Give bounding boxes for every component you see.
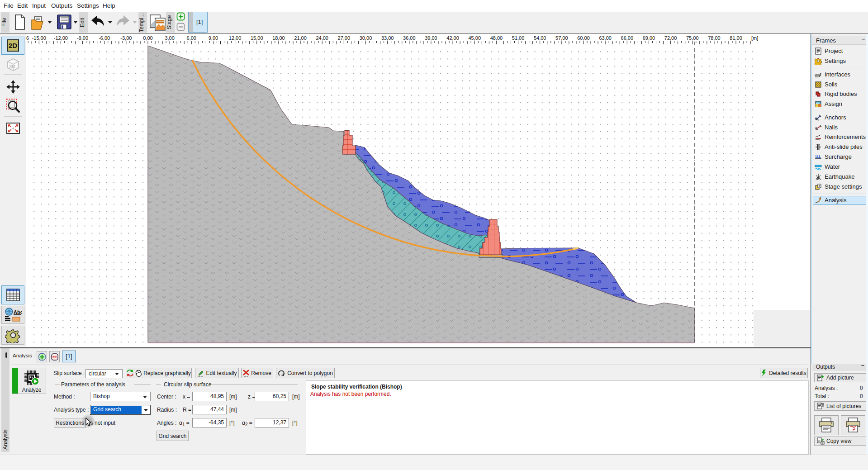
svg-text:81,00: 81,00 [730, 35, 742, 41]
svg-text:42,00: 42,00 [446, 35, 459, 41]
svg-text:12,00: 12,00 [229, 35, 242, 41]
svg-text:45,00: 45,00 [468, 35, 481, 41]
svg-text:-15,00: -15,00 [32, 35, 46, 41]
svg-text:30,00: 30,00 [360, 35, 372, 41]
svg-text:27,00: 27,00 [338, 35, 351, 41]
svg-text:0,00: 0,00 [143, 35, 152, 41]
svg-text:63,00: 63,00 [599, 35, 612, 41]
svg-text:2: 2 [819, 185, 821, 188]
svg-text:24,00: 24,00 [316, 35, 328, 41]
svg-text:48,00: 48,00 [490, 35, 503, 41]
svg-text:6,00: 6,00 [187, 35, 196, 41]
svg-text:69,00: 69,00 [643, 35, 655, 41]
svg-text:57,00: 57,00 [555, 35, 568, 41]
svg-text:-3,00: -3,00 [120, 35, 132, 41]
svg-text:78,00: 78,00 [708, 35, 721, 41]
svg-text:-12,00: -12,00 [54, 35, 68, 41]
svg-text:75,00: 75,00 [686, 35, 699, 41]
svg-text:21,00: 21,00 [294, 35, 307, 41]
svg-text:-9,00: -9,00 [77, 35, 88, 41]
svg-text:3,00: 3,00 [165, 35, 174, 41]
svg-text:Abc: Abc [14, 309, 22, 315]
svg-text:3D: 3D [9, 64, 15, 69]
svg-text:-6,00: -6,00 [99, 35, 110, 41]
svg-text:51,00: 51,00 [512, 35, 525, 41]
svg-text:15,00: 15,00 [251, 35, 263, 41]
svg-text:72,00: 72,00 [664, 35, 677, 41]
svg-text:33,00: 33,00 [381, 35, 394, 41]
svg-text:60,00: 60,00 [577, 35, 590, 41]
svg-text:36,00: 36,00 [403, 35, 416, 41]
svg-text:39,00: 39,00 [425, 35, 437, 41]
svg-text:6: 6 [26, 35, 29, 41]
svg-text:18,00: 18,00 [272, 35, 285, 41]
svg-text:[m]: [m] [751, 35, 758, 41]
svg-text:9,00: 9,00 [209, 35, 218, 41]
svg-text:54,00: 54,00 [534, 35, 546, 41]
svg-text:66,00: 66,00 [621, 35, 634, 41]
svg-text:abc: abc [816, 102, 820, 104]
